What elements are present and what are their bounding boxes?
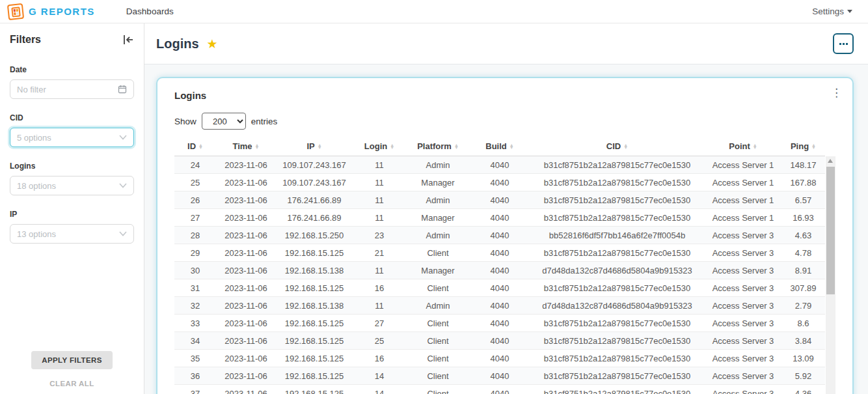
table-cell: 2023-11-06 bbox=[216, 227, 276, 244]
filter-group-ip: IP 13 options bbox=[10, 210, 134, 244]
column-header-build[interactable]: Build▲▼ bbox=[470, 139, 530, 156]
table-cell: 176.241.66.89 bbox=[276, 209, 353, 226]
date-filter-input[interactable]: No filter bbox=[10, 79, 134, 99]
sort-icon: ▲▼ bbox=[753, 144, 757, 149]
table-cell: 11 bbox=[353, 209, 406, 226]
column-header-cid[interactable]: CID▲▼ bbox=[530, 139, 705, 156]
column-header-ip[interactable]: IP▲▼ bbox=[276, 139, 353, 156]
table-cell: 4.36 bbox=[781, 385, 825, 394]
table-cell: Client bbox=[406, 350, 470, 367]
apply-filters-button[interactable]: APPLY FILTERS bbox=[31, 351, 113, 369]
table-row[interactable]: 362023-11-06192.168.15.12514Client4040b3… bbox=[174, 367, 825, 385]
table-row[interactable]: 262023-11-06176.241.66.8911Admin4040b31c… bbox=[174, 191, 825, 209]
table-scrollbar[interactable] bbox=[826, 156, 835, 394]
entries-label: entries bbox=[251, 117, 278, 126]
table-cell: 6.57 bbox=[781, 191, 825, 208]
table-cell: 176.241.66.89 bbox=[276, 191, 353, 208]
table-row[interactable]: 272023-11-06176.241.66.8911Manager4040b3… bbox=[174, 209, 825, 227]
table-cell: Admin bbox=[406, 227, 470, 244]
table-cell: Client bbox=[406, 315, 470, 331]
table-row[interactable]: 242023-11-06109.107.243.16711Admin4040b3… bbox=[174, 156, 825, 174]
settings-label: Settings bbox=[812, 7, 844, 16]
column-header-id[interactable]: ID▲▼ bbox=[174, 139, 216, 156]
table-cell: 4040 bbox=[470, 315, 530, 331]
filter-group-cid: CID 5 options bbox=[10, 113, 134, 147]
chevron-down-icon bbox=[847, 10, 852, 13]
table-cell: Manager bbox=[406, 174, 470, 191]
cid-filter-select[interactable]: 5 options bbox=[10, 128, 134, 147]
sort-icon: ▲▼ bbox=[454, 144, 459, 149]
page-title: Logins bbox=[156, 36, 199, 51]
table-cell: 2023-11-06 bbox=[216, 315, 276, 331]
table-cell: 33 bbox=[174, 315, 216, 331]
filters-title: Filters bbox=[10, 34, 41, 46]
table-cell: b31cf8751b2a12a879815c77ec0e1530 bbox=[530, 156, 705, 173]
table-cell: 31 bbox=[174, 279, 216, 296]
table-row[interactable]: 292023-11-06192.168.15.12521Client4040b3… bbox=[174, 244, 825, 262]
table-cell: 192.168.15.138 bbox=[276, 262, 353, 279]
table-cell: 27 bbox=[353, 315, 406, 331]
filter-label: Date bbox=[10, 65, 134, 74]
table-cell: b31cf8751b2a12a879815c77ec0e1530 bbox=[530, 350, 705, 367]
content-area: Logins ⋮ Show 200 entries ID▲▼Time▲▼IP▲▼… bbox=[144, 65, 868, 394]
table-cell: b31cf8751b2a12a879815c77ec0e1530 bbox=[530, 315, 705, 331]
table-cell: b31cf8751b2a12a879815c77ec0e1530 bbox=[530, 209, 705, 226]
page-size-select[interactable]: 200 bbox=[202, 113, 246, 130]
column-header-login[interactable]: Login▲▼ bbox=[353, 139, 406, 156]
table-cell: 35 bbox=[174, 350, 216, 367]
table-cell: 192.168.15.125 bbox=[276, 385, 353, 394]
table-cell: 23 bbox=[353, 227, 406, 244]
table-row[interactable]: 322023-11-06192.168.15.13811Admin4040d7d… bbox=[174, 297, 825, 315]
logins-filter-select[interactable]: 18 options bbox=[10, 176, 134, 195]
sort-icon: ▲▼ bbox=[255, 144, 260, 149]
sort-icon: ▲▼ bbox=[811, 144, 816, 149]
column-header-time[interactable]: Time▲▼ bbox=[216, 139, 276, 156]
widget-kebab-menu-icon[interactable]: ⋮ bbox=[831, 87, 842, 98]
table-cell: Access Server 3 bbox=[705, 350, 781, 367]
scrollbar-thumb[interactable] bbox=[826, 167, 835, 294]
table-cell: Access Server 1 bbox=[705, 174, 781, 191]
sort-icon: ▲▼ bbox=[390, 144, 394, 149]
brand-logo[interactable]: G REPORTS bbox=[8, 4, 95, 20]
logins-widget-card: Logins ⋮ Show 200 entries ID▲▼Time▲▼IP▲▼… bbox=[156, 77, 854, 394]
table-cell: Access Server 1 bbox=[705, 209, 781, 226]
table-row[interactable]: 342023-11-06192.168.15.12525Client4040b3… bbox=[174, 332, 825, 350]
table-cell: 4040 bbox=[470, 262, 530, 279]
widget-title: Logins bbox=[174, 90, 835, 101]
table-cell: Client bbox=[406, 332, 470, 349]
table-row[interactable]: 332023-11-06192.168.15.12527Client4040b3… bbox=[174, 315, 825, 332]
table-cell: d7d48da132c87d4686d5804a9b915323 bbox=[530, 262, 705, 279]
ip-filter-select[interactable]: 13 options bbox=[10, 224, 134, 244]
table-row[interactable]: 302023-11-06192.168.15.13811Manager4040d… bbox=[174, 262, 825, 279]
nav-item-dashboards[interactable]: Dashboards bbox=[126, 7, 174, 16]
column-header-point[interactable]: Point▲▼ bbox=[705, 139, 781, 156]
table-cell: Client bbox=[406, 244, 470, 261]
calendar-icon[interactable] bbox=[118, 85, 127, 94]
column-header-platform[interactable]: Platform▲▼ bbox=[406, 139, 470, 156]
table-cell: 3.84 bbox=[781, 332, 825, 349]
collapse-sidebar-icon[interactable] bbox=[122, 35, 134, 45]
settings-menu[interactable]: Settings bbox=[812, 7, 852, 16]
table-cell: 167.88 bbox=[781, 174, 825, 191]
table-cell: 4.78 bbox=[781, 244, 825, 261]
page-more-options-button[interactable] bbox=[833, 33, 854, 54]
favorite-star-icon[interactable]: ★ bbox=[207, 36, 218, 51]
top-navbar: G REPORTS Dashboards Settings bbox=[0, 0, 868, 23]
chevron-down-icon bbox=[119, 231, 127, 236]
table-cell: b31cf8751b2a12a879815c77ec0e1530 bbox=[530, 174, 705, 191]
table-cell: 13.09 bbox=[781, 350, 825, 367]
table-row[interactable]: 282023-11-06192.168.15.25023Admin4040bb5… bbox=[174, 227, 825, 244]
scrollbar-up-arrow-icon[interactable] bbox=[828, 159, 833, 163]
table-cell: 4.63 bbox=[781, 227, 825, 244]
table-cell: Manager bbox=[406, 209, 470, 226]
clear-all-button[interactable]: CLEAR ALL bbox=[0, 380, 144, 387]
table-cell: 2023-11-06 bbox=[216, 350, 276, 367]
table-row[interactable]: 352023-11-06192.168.15.12516Client4040b3… bbox=[174, 350, 825, 367]
table-row[interactable]: 252023-11-06109.107.243.16711Manager4040… bbox=[174, 174, 825, 191]
table-cell: 4040 bbox=[470, 297, 530, 314]
table-row[interactable]: 312023-11-06192.168.15.12516Client4040b3… bbox=[174, 279, 825, 297]
main-area: Logins ★ Logins ⋮ Show 200 entries ID▲▼T… bbox=[144, 23, 868, 394]
table-row[interactable]: 372023-11-06192.168.15.12514Client4040b3… bbox=[174, 385, 825, 394]
table-cell: b31cf8751b2a12a879815c77ec0e1530 bbox=[530, 385, 705, 394]
column-header-ping[interactable]: Ping▲▼ bbox=[781, 139, 825, 156]
